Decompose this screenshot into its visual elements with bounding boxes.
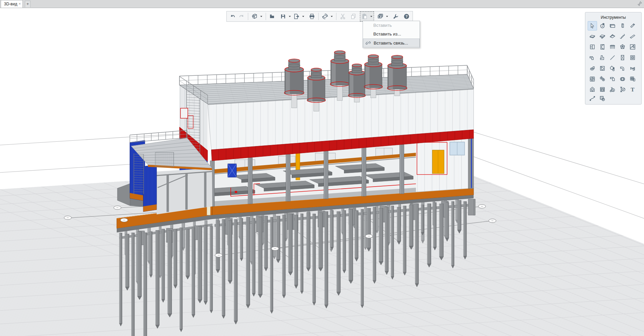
opening-icon [599,33,606,40]
dropdown-arrow[interactable] [385,12,389,21]
viewport-3d-model[interactable] [0,0,644,336]
tool-opening[interactable] [598,32,607,41]
tool-table[interactable] [608,42,617,52]
tool-axes[interactable]: A [598,21,607,30]
valve-icon [629,65,636,72]
tool-assembly[interactable] [628,42,637,52]
print-button[interactable] [308,12,316,21]
tool-beam[interactable] [628,21,637,30]
duct-icon [609,76,616,82]
toilet-icon [589,65,596,72]
redo-button[interactable] [237,12,246,21]
pumps-icon [599,76,606,82]
svg-text:A: A [602,25,603,27]
paste-dropdown-arrow[interactable] [369,12,374,21]
tool-line[interactable] [608,53,617,62]
tool-pumps[interactable] [598,74,607,84]
tool-pipe-elbow[interactable] [618,64,627,73]
tool-hatch-door[interactable] [618,53,627,62]
cut-button[interactable] [338,12,347,21]
tool-ramp[interactable] [628,32,637,41]
hatch-icon [599,95,606,102]
copy-button[interactable] [349,12,358,21]
dimension-icon [619,86,626,93]
toolbar-separator [266,13,266,20]
assembly-icon [629,44,636,50]
menu-item-1[interactable]: Вставить из... [363,30,420,39]
tab-3d-view[interactable]: 3D-вид × [1,0,23,8]
help-button[interactable]: ? [402,12,411,21]
tools-panel-title: Инструменты [585,15,641,20]
tool-spiral-pipe[interactable] [618,74,627,84]
polyhedron-icon [619,44,626,50]
pin-icon[interactable] [637,1,643,6]
tool-select[interactable] [588,21,597,30]
spline-icon [589,95,596,102]
tool-stairs[interactable] [618,32,627,41]
paste-button-group [360,11,374,21]
tool-panel[interactable]: A [598,85,607,94]
dropdown-arrow[interactable] [301,12,306,21]
view-3d-button[interactable] [250,12,259,21]
light-icon [589,86,596,93]
wall-icon [609,22,616,29]
tool-socket[interactable] [628,74,637,84]
tool-column[interactable] [618,21,627,30]
tab-label: 3D-вид [4,2,17,6]
save-button[interactable] [279,12,287,21]
tab-close-icon[interactable]: × [19,2,21,6]
dropdown-arrow[interactable] [329,12,334,21]
axes-icon: A [599,22,606,29]
undo-button[interactable] [228,12,237,21]
washer-icon [599,65,606,72]
tool-duct[interactable] [608,74,617,84]
tool-floor[interactable] [588,32,597,41]
room-icon [629,54,636,61]
tool-wall[interactable] [608,21,617,30]
tool-hatch[interactable] [598,94,607,103]
tool-electro[interactable] [608,85,617,94]
tool-valve[interactable] [628,64,637,73]
tool-spline[interactable] [588,94,597,103]
tool-dimension[interactable] [618,85,627,94]
tools-panel: Инструменты AAT [585,12,642,105]
tool-room[interactable] [628,53,637,62]
svg-text:?: ? [406,14,408,18]
dropdown-arrow[interactable] [259,12,264,21]
main-toolbar: ? [226,11,413,22]
tool-text[interactable]: T [628,85,637,94]
tool-door[interactable] [598,42,607,52]
electro-icon [609,86,616,93]
door-icon [599,44,606,50]
tool-roof[interactable] [608,32,617,41]
link-icon [366,41,371,46]
plumbing-icon [599,54,606,61]
column-icon [619,22,626,29]
paste-dropdown-menu: ВставитьВставить из...Вставить связь... [363,21,420,48]
tool-duct-elbow[interactable] [588,53,597,62]
select-icon [589,22,596,29]
wrench-button[interactable] [391,12,400,21]
export-button[interactable] [292,12,301,21]
svg-text:T: T [631,86,635,93]
tool-plumbing[interactable] [598,53,607,62]
menu-item-0[interactable]: Вставить [363,21,420,30]
tool-polyhedron[interactable] [618,42,627,52]
dropdown-arrow[interactable] [287,12,292,21]
new-tab-button[interactable]: + [25,1,31,7]
toolbar-separator [336,13,336,20]
paste-button[interactable] [360,12,369,21]
spiral-pipe-icon [619,76,626,82]
tool-fan[interactable] [588,74,597,84]
tool-window[interactable] [588,42,597,52]
tool-light[interactable] [588,85,597,94]
ramp-icon [629,33,636,40]
tool-pump-drop[interactable] [608,64,617,73]
tool-washer[interactable] [598,64,607,73]
stack-button[interactable] [376,12,385,21]
open-button[interactable] [268,12,277,21]
menu-item-2[interactable]: Вставить связь... [363,39,420,47]
sync-button[interactable] [321,12,329,21]
window-icon [589,44,596,50]
tool-toilet[interactable] [588,64,597,73]
